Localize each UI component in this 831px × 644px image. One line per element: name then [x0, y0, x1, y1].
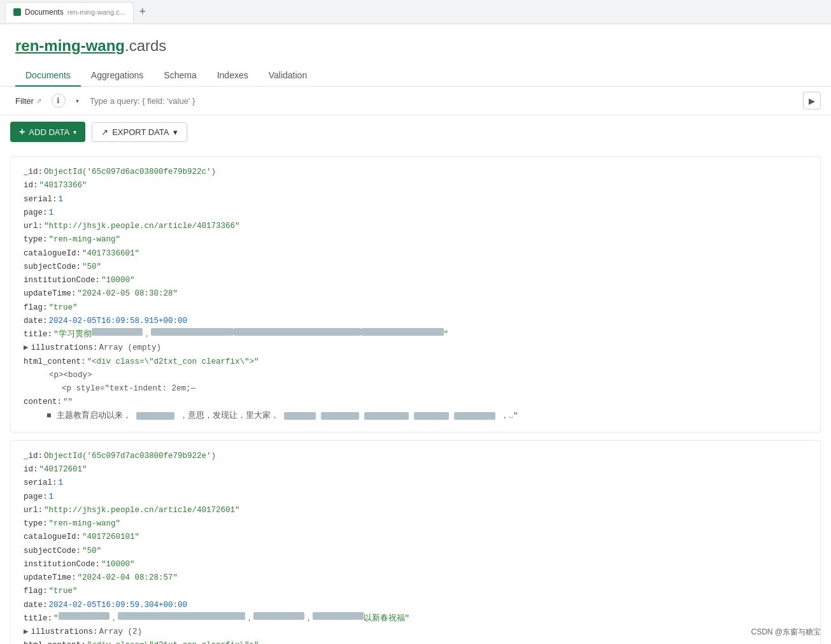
content-blurred-3: [321, 412, 359, 420]
field-subjectCode: subjectCode: "50": [24, 261, 807, 274]
field-catalogueId: catalogueId: "4017260101": [24, 531, 807, 544]
field-html-content-value: "<div class=\"d2txt_con clearfix\">": [87, 355, 259, 369]
field-subjectCode-value: "50": [82, 261, 101, 274]
browser-tab[interactable]: Documents ren-ming-wang.c...: [5, 2, 134, 22]
db-title: ren-ming-wang.cards: [15, 37, 816, 55]
field-date: date: 2024-02-05T16:09:58.915+00:00: [24, 315, 807, 328]
content-blurred-6: [454, 412, 495, 420]
page-header: ren-ming-wang.cards Documents Aggregatio…: [0, 24, 831, 87]
tab-schema[interactable]: Schema: [153, 65, 206, 87]
expand-illustrations[interactable]: ▶: [24, 341, 29, 355]
field-content-value: "": [63, 396, 73, 409]
field-type: type: "ren-ming-wang": [24, 233, 807, 247]
field-page-value: 1: [49, 206, 54, 220]
title-blurred-3: [234, 328, 361, 336]
field-updateTime-value: "2024-02-04 08:28:57": [78, 571, 178, 585]
filter-button[interactable]: Filter ↗: [10, 94, 46, 108]
field-subjectCode: subjectCode: "50": [24, 545, 807, 558]
field-date-value: 2024-02-05T16:09:59.304+00:00: [49, 599, 188, 612]
field-date-value: 2024-02-05T16:09:58.915+00:00: [49, 315, 188, 328]
new-tab-button[interactable]: +: [134, 3, 152, 21]
tab-validation[interactable]: Validation: [259, 65, 317, 87]
title2-blurred-1: [59, 612, 110, 620]
field-id: _id: ObjectId('65c097d7ac03800fe79b922e'…: [24, 450, 807, 463]
field-html-content: html_content: "<div class=\"d2txt_con cl…: [24, 355, 807, 369]
title2-blurred-2: [118, 612, 245, 620]
field-illustrations-value: Array (2): [99, 626, 143, 639]
filter-toolbar: Filter ↗ ℹ ▾ ▶: [0, 87, 831, 115]
field-id-val: id: "40172601": [24, 463, 807, 476]
add-data-chevron-icon: ▾: [73, 129, 76, 136]
tab-aggregations[interactable]: Aggregations: [81, 65, 154, 87]
field-page: page: 1: [24, 206, 807, 220]
query-input[interactable]: [90, 96, 798, 106]
field-url: url: "http://jhsjk.people.cn/article/401…: [24, 504, 807, 517]
db-title-normal: .cards: [125, 37, 166, 54]
field-url-value: "http://jhsjk.people.cn/article/40172601…: [44, 504, 240, 517]
tab-bar: Documents ren-ming-wang.c... +: [0, 0, 831, 24]
content-blurred-2: [284, 412, 316, 420]
field-id: _id: ObjectId('65c097d6ac03800fe79b922c'…: [24, 166, 807, 179]
tab-documents[interactable]: Documents: [15, 65, 81, 87]
field-flag: flag: "true": [24, 301, 807, 315]
html-line2: <p><body>: [49, 369, 807, 382]
field-subjectCode-value: "50": [82, 545, 101, 558]
document-card: _id: ObjectId('65c097d6ac03800fe79b922c'…: [10, 156, 821, 433]
field-html-content-value: "<div class=\"d2txt_con clearfix\">": [87, 639, 259, 644]
field-url: url: "http://jhsjk.people.cn/article/401…: [24, 220, 807, 233]
html-line3: <p style="text-indent: 2em;—: [62, 382, 807, 396]
apply-filter-button[interactable]: ▶: [803, 92, 821, 110]
field-institutionCode-value: "10000": [101, 558, 135, 571]
field-id-string: "40173366": [39, 179, 87, 192]
add-data-button[interactable]: + ADD DATA ▾: [10, 122, 85, 142]
field-serial-value: 1: [59, 193, 64, 206]
field-updateTime-value: "2024-02-05 08:30:28": [78, 287, 178, 301]
field-id-val: id: "40173366": [24, 179, 807, 192]
filter-label: Filter: [15, 96, 34, 106]
field-institutionCode: institutionCode: "10000": [24, 558, 807, 571]
field-date: date: 2024-02-05T16:09:59.304+00:00: [24, 599, 807, 612]
content-blurred-5: [414, 412, 449, 420]
field-title: title: " ， ， ， 以新春祝福": [24, 612, 807, 626]
field-html-content: html_content: "<div class=\"d2txt_con cl…: [24, 639, 807, 644]
db-title-bold: ren-ming-wang: [15, 37, 125, 54]
export-chevron-icon: ▾: [173, 127, 178, 137]
content-blurred-4: [364, 412, 409, 420]
export-icon: ↗: [101, 127, 108, 137]
info-button[interactable]: ℹ: [52, 94, 66, 108]
field-institutionCode-value: "10000": [101, 274, 135, 287]
field-type-value: "ren-ming-wang": [49, 233, 121, 247]
content-text-line: ■ 主题教育启动以来， ，意思，发现让，里大家， ，…": [46, 410, 807, 423]
title2-blurred-3: [253, 612, 304, 620]
title-blurred-4: [361, 328, 444, 336]
external-link-icon: ↗: [36, 97, 41, 104]
field-catalogueId-value: "4017260101": [82, 531, 139, 544]
expand-illustrations[interactable]: ▶: [24, 626, 29, 639]
field-id-value: ObjectId('65c097d6ac03800fe79b922c'): [44, 166, 216, 179]
title2-blurred-4: [313, 612, 364, 620]
export-data-label: EXPORT DATA: [112, 127, 169, 137]
tab-indexes[interactable]: Indexes: [207, 65, 259, 87]
export-data-button[interactable]: ↗ EXPORT DATA ▾: [92, 122, 187, 142]
field-serial-value: 1: [59, 476, 64, 490]
field-catalogueId-value: "4017336601": [82, 247, 139, 261]
field-title: title: "学习贯彻 ， ": [24, 328, 807, 341]
add-data-label: ADD DATA: [29, 127, 69, 137]
field-url-value: "http://jhsjk.people.cn/article/40173366…: [44, 220, 240, 233]
title-blurred-1: [92, 328, 143, 336]
chevron-down-button[interactable]: ▾: [71, 94, 85, 108]
field-serial: serial: 1: [24, 476, 807, 490]
tab-favicon: [13, 8, 21, 16]
tab-label: Documents: [25, 8, 64, 17]
field-flag-value: "true": [49, 585, 78, 598]
watermark: CSDN @东窗与糖宝: [751, 627, 821, 638]
content-blurred-1: [136, 412, 174, 420]
field-illustrations-value: Array (empty): [99, 341, 162, 355]
field-updateTime: updateTime: "2024-02-05 08:30:28": [24, 287, 807, 301]
plus-icon: +: [19, 126, 25, 138]
document-card: _id: ObjectId('65c097d7ac03800fe79b922e'…: [10, 440, 821, 644]
field-institutionCode: institutionCode: "10000": [24, 274, 807, 287]
field-id-string: "40172601": [39, 463, 87, 476]
field-page-value: 1: [49, 490, 54, 504]
field-type-value: "ren-ming-wang": [49, 517, 121, 531]
